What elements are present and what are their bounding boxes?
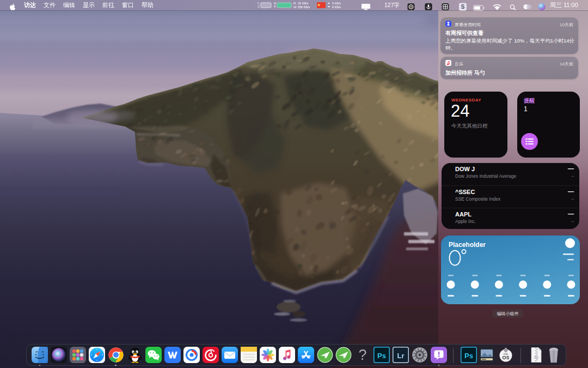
svg-text:558 KB/s: 558 KB/s [298,5,310,9]
svg-text:26 KB/s: 26 KB/s [298,2,309,5]
svg-text:W:: W: [293,5,297,9]
svg-text:5 KB/s: 5 KB/s [332,2,341,5]
svg-text:S: S [461,4,465,10]
svg-text:8 KB/s: 8 KB/s [332,5,341,9]
svg-text:?: ? [359,347,367,363]
svg-text:Ps: Ps [464,351,473,359]
svg-text:Ps: Ps [377,351,386,359]
svg-text:OS: OS [502,355,509,360]
svg-text:R:: R: [293,2,297,5]
svg-text:Lr: Lr [397,351,405,359]
svg-text:ZIP: ZIP [535,357,538,359]
svg-text:mac: mac [503,352,508,355]
svg-text:G: G [258,5,260,8]
svg-text:R: R [274,5,276,8]
